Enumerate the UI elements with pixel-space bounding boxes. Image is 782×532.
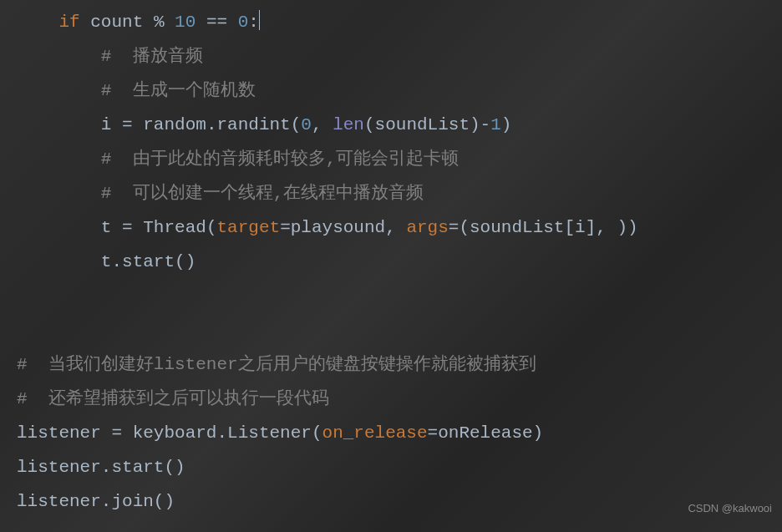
rparen: )	[470, 115, 480, 134]
var-soundlist: soundList	[375, 115, 470, 134]
text-cursor	[259, 10, 260, 30]
lparen: (	[312, 423, 322, 443]
param-target: target	[217, 218, 281, 237]
colon: :	[248, 13, 259, 32]
op-eq: =	[122, 115, 133, 134]
comma: ,	[385, 218, 406, 237]
code-line-11[interactable]: # 当我们创建好listener之后用户的键盘按键操作就能被捕获到	[0, 347, 782, 382]
num-1: 1	[490, 115, 501, 134]
comment: # 由于此处的音频耗时较多,可能会引起卡顿	[101, 149, 459, 169]
op-eq: =	[280, 218, 291, 237]
builtin-len: len	[333, 115, 364, 134]
rbracket: ]	[586, 218, 597, 237]
comment: # 播放音频	[101, 47, 203, 66]
lparen: (	[364, 115, 375, 134]
rparen: )	[185, 252, 196, 271]
dot: .	[101, 492, 112, 511]
var-listener: listener	[17, 423, 101, 443]
code-line-6[interactable]: # 可以创建一个线程,在线程中播放音频	[0, 176, 782, 210]
lparen: (	[154, 492, 165, 511]
rparen: )	[627, 218, 638, 237]
var-onrelease: onRelease	[438, 423, 532, 443]
num-0: 0	[301, 115, 312, 134]
module-keyboard: keyboard	[133, 423, 217, 443]
code-line-4[interactable]: i = random.randint(0, len(soundList)-1)	[0, 108, 782, 142]
var-listener: listener	[17, 458, 101, 477]
op-eq: ==	[206, 13, 227, 32]
indent	[17, 149, 101, 169]
indent	[17, 115, 101, 134]
lparen: (	[175, 252, 185, 271]
lparen: (	[459, 218, 470, 237]
var-soundlist: soundList	[470, 218, 564, 237]
indent	[17, 252, 101, 271]
code-line-8[interactable]: t.start()	[0, 245, 782, 279]
method-start: start	[122, 252, 175, 271]
comma: ,	[312, 115, 333, 134]
var-t: t	[101, 252, 112, 271]
op-eq: =	[428, 423, 439, 443]
indent	[17, 47, 101, 66]
rparen: )	[617, 218, 627, 237]
func-randint: randint	[217, 115, 291, 134]
module-random: random	[143, 115, 206, 134]
code-line-7[interactable]: t = Thread(target=playsound, args=(sound…	[0, 210, 782, 245]
dot: .	[206, 115, 217, 134]
rparen: )	[501, 115, 512, 134]
rparen: )	[533, 423, 544, 443]
indent	[17, 13, 58, 32]
blank-line[interactable]	[0, 279, 782, 313]
lparen: (	[291, 115, 302, 134]
op-eq: =	[449, 218, 460, 237]
indent	[17, 81, 101, 100]
comment: # 还希望捕获到之后可以执行一段代码	[17, 389, 329, 408]
dot: .	[111, 252, 122, 271]
dot: .	[216, 423, 227, 443]
num-10: 10	[175, 13, 196, 32]
comment: # 可以创建一个线程,在线程中播放音频	[101, 184, 424, 203]
method-join: join	[111, 492, 153, 511]
code-line-12[interactable]: # 还希望捕获到之后可以执行一段代码	[0, 382, 782, 416]
code-line-5[interactable]: # 由于此处的音频耗时较多,可能会引起卡顿	[0, 142, 782, 176]
blank-line[interactable]	[0, 313, 782, 347]
indent	[17, 218, 101, 237]
op-minus: -	[480, 115, 491, 134]
indent	[17, 184, 101, 203]
var-count: count	[90, 13, 143, 32]
op-eq: =	[111, 423, 122, 443]
op-eq: =	[122, 218, 133, 237]
class-thread: Thread	[143, 218, 206, 237]
param-args: args	[406, 218, 448, 237]
param-onrelease: on_release	[322, 423, 428, 443]
op-mod: %	[154, 13, 165, 32]
watermark: CSDN @kakwooi	[688, 491, 772, 525]
lparen: (	[164, 458, 175, 477]
comment: # 当我们创建好listener之后用户的键盘按键操作就能被捕获到	[17, 355, 536, 374]
var-i: i	[101, 115, 112, 134]
code-line-2[interactable]: # 播放音频	[0, 39, 782, 73]
var-i: i	[575, 218, 586, 237]
var-t: t	[101, 218, 112, 237]
code-line-3[interactable]: # 生成一个随机数	[0, 73, 782, 108]
class-listener: Listener	[227, 423, 312, 443]
lparen: (	[206, 218, 217, 237]
keyword-if: if	[58, 13, 79, 32]
var-playsound: playsound	[291, 218, 385, 237]
code-line-15[interactable]: listener.join()	[0, 484, 782, 519]
code-line-14[interactable]: listener.start()	[0, 450, 782, 484]
num-0: 0	[238, 13, 249, 32]
code-editor[interactable]: if count % 10 == 0: # 播放音频 # 生成一个随机数 i =…	[0, 0, 782, 519]
code-line-1[interactable]: if count % 10 == 0:	[0, 5, 782, 39]
rparen: )	[175, 458, 185, 477]
var-listener: listener	[17, 492, 101, 511]
lbracket: [	[564, 218, 575, 237]
method-start: start	[111, 458, 164, 477]
code-line-13[interactable]: listener = keyboard.Listener(on_release=…	[0, 416, 782, 450]
comment: # 生成一个随机数	[101, 81, 256, 100]
rparen: )	[164, 492, 175, 511]
comma: ,	[596, 218, 617, 237]
dot: .	[101, 458, 112, 477]
